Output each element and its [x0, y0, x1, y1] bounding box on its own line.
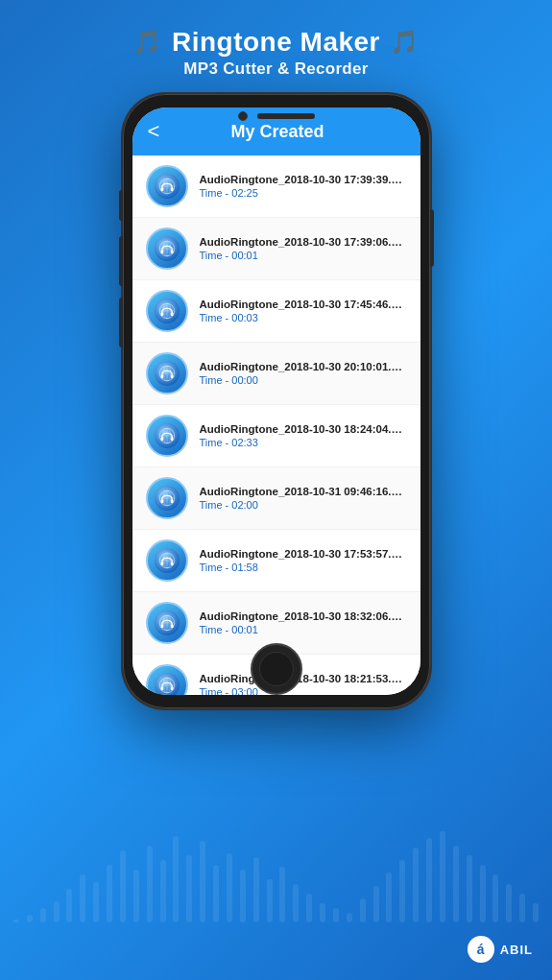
ringtone-icon: [146, 290, 188, 332]
waveform-bar: [399, 860, 405, 922]
ringtone-icon: [146, 477, 188, 519]
back-button[interactable]: <: [148, 121, 160, 142]
item-info: AudioRingtone_2018-10-30 17:39:06.wav Ti…: [200, 236, 407, 261]
background-waveform: [0, 807, 552, 922]
item-duration: Time - 02:33: [200, 437, 407, 448]
waveform-bar: [467, 855, 472, 922]
screen-title: My Created: [171, 122, 383, 142]
waveform-bar: [506, 884, 512, 922]
svg-rect-62: [170, 686, 173, 690]
volume-down-button: [119, 298, 123, 347]
item-duration: Time - 00:01: [200, 624, 407, 635]
svg-rect-34: [170, 437, 173, 441]
waveform-bar: [147, 846, 153, 922]
watermark-text: ABIL: [500, 943, 533, 957]
music-note-left: 🎵: [132, 29, 162, 56]
waveform-bar: [253, 857, 259, 922]
ringtone-list[interactable]: AudioRingtone_2018-10-30 17:39:39.wav Ti…: [132, 155, 420, 695]
app-title: 🎵 Ringtone Maker 🎵: [132, 27, 419, 58]
ringtone-icon: [146, 664, 188, 695]
list-item[interactable]: AudioRingtone_2018-10-30 17:39:06.wav Ti…: [132, 218, 420, 280]
svg-rect-41: [170, 499, 173, 503]
waveform-bar: [80, 874, 85, 922]
item-filename: AudioRingtone_2018-10-30 18:21:53.wav: [200, 673, 407, 684]
waveform-bar: [173, 836, 179, 922]
ringtone-icon: [146, 165, 188, 207]
ringtone-icon: [146, 352, 188, 394]
ringtone-icon: [146, 602, 188, 644]
list-item[interactable]: AudioRingtone_2018-10-30 17:39:39.wav Ti…: [132, 155, 420, 218]
item-filename: AudioRingtone_2018-10-30 17:45:46.wav: [200, 299, 407, 310]
waveform-bar: [133, 870, 139, 922]
ringtone-icon: [146, 415, 188, 457]
waveform-bar: [200, 841, 205, 922]
waveform-bar: [120, 850, 126, 922]
waveform-bar: [107, 865, 112, 922]
list-item[interactable]: AudioRingtone_2018-10-30 20:10:01.wav Ti…: [132, 343, 420, 405]
waveform-bar: [492, 874, 498, 922]
waveform-bar: [213, 865, 219, 922]
waveform-bar: [413, 848, 419, 922]
item-info: AudioRingtone_2018-10-31 09:46:16.wav Ti…: [200, 486, 407, 511]
waveform-bar: [240, 870, 246, 922]
waveform-bar: [40, 908, 46, 922]
power-button: [430, 209, 434, 267]
phone-screen: < My Created: [132, 108, 420, 695]
music-note-right: 🎵: [390, 29, 420, 56]
waveform-bar: [54, 901, 60, 922]
waveform-bar: [27, 915, 33, 922]
home-button[interactable]: [251, 643, 302, 695]
waveform-bar: [440, 831, 445, 922]
item-filename: AudioRingtone_2018-10-30 18:32:06.wav: [200, 610, 407, 622]
waveform-bar: [480, 865, 486, 922]
svg-rect-19: [160, 312, 163, 316]
app-title-text: Ringtone Maker: [172, 27, 380, 58]
item-duration: Time - 00:03: [200, 312, 407, 323]
waveform-bar: [227, 853, 232, 922]
watermark-logo: á: [468, 936, 494, 963]
item-filename: AudioRingtone_2018-10-30 17:39:39.wav: [200, 174, 407, 185]
waveform-bar: [160, 860, 166, 922]
item-info: AudioRingtone_2018-10-30 17:45:46.wav Ti…: [200, 299, 407, 323]
svg-rect-26: [160, 374, 163, 378]
item-info: AudioRingtone_2018-10-30 17:39:39.wav Ti…: [200, 174, 407, 199]
svg-rect-40: [160, 499, 163, 503]
waveform-bar: [373, 886, 379, 922]
phone-top-bar: [238, 111, 315, 121]
app-header: 🎵 Ringtone Maker 🎵 MP3 Cutter & Recorder: [113, 0, 438, 94]
svg-rect-13: [170, 250, 173, 253]
waveform-bar: [533, 903, 539, 922]
list-item[interactable]: AudioRingtone_2018-10-30 17:45:46.wav Ti…: [132, 280, 420, 343]
item-duration: Time - 00:00: [200, 374, 407, 386]
waveform-bar: [453, 846, 459, 922]
list-item[interactable]: AudioRingtone_2018-10-30 18:24:04.wav Ti…: [132, 405, 420, 467]
item-duration: Time - 02:25: [200, 187, 407, 199]
item-info: AudioRingtone_2018-10-30 18:24:04.wav Ti…: [200, 423, 407, 448]
svg-rect-47: [160, 562, 163, 565]
waveform-bar: [360, 898, 366, 922]
phone-frame: < My Created: [123, 94, 430, 708]
list-item[interactable]: AudioRingtone_2018-10-30 17:53:57.wav Ti…: [132, 530, 420, 592]
svg-rect-27: [170, 374, 173, 378]
item-filename: AudioRingtone_2018-10-30 20:10:01.wav: [200, 361, 407, 372]
item-filename: AudioRingtone_2018-10-30 17:53:57.wav: [200, 548, 407, 560]
ringtone-icon: [146, 539, 188, 582]
svg-rect-6: [170, 187, 173, 191]
waveform-bar: [306, 894, 312, 922]
waveform-bar: [386, 872, 392, 922]
waveform-bar: [519, 894, 525, 922]
ringtone-icon: [146, 227, 188, 270]
waveform-bar: [279, 867, 285, 922]
item-duration: Time - 03:00: [200, 686, 407, 695]
phone-camera: [238, 111, 248, 121]
svg-rect-5: [160, 187, 163, 191]
waveform-bar: [426, 838, 432, 922]
list-item[interactable]: AudioRingtone_2018-10-31 09:46:16.wav Ti…: [132, 467, 420, 530]
mute-button: [119, 190, 123, 221]
home-button-inner: [259, 652, 294, 686]
item-info: AudioRingtone_2018-10-30 20:10:01.wav Ti…: [200, 361, 407, 386]
item-duration: Time - 02:00: [200, 499, 407, 511]
waveform-bar: [320, 903, 325, 922]
item-info: AudioRingtone_2018-10-30 18:32:06.wav Ti…: [200, 610, 407, 635]
svg-rect-54: [160, 624, 163, 628]
